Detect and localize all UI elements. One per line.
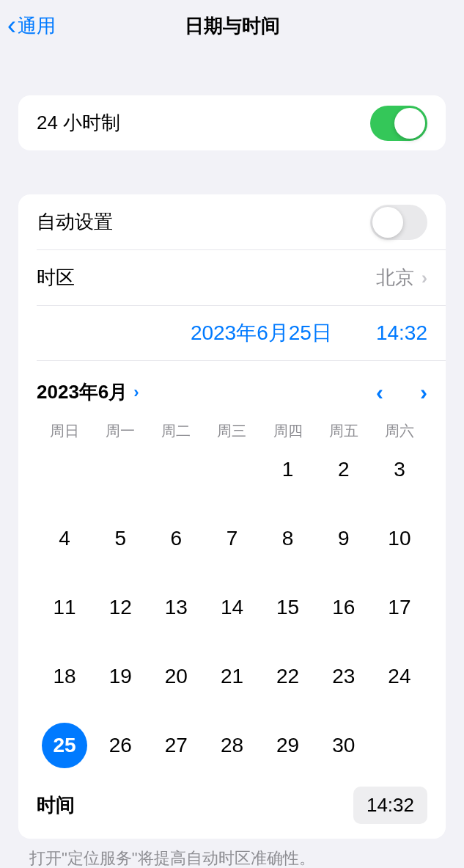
day-cell[interactable]: 29 [260,723,316,768]
empty-cell [148,447,204,492]
day-cell[interactable]: 25 [37,723,92,768]
weekday-label: 周六 [372,421,427,441]
chevron-right-icon: › [133,383,139,402]
day-cell[interactable]: 26 [92,723,148,768]
month-year-label: 2023年6月 [37,379,128,405]
timezone-value: 北京 [376,265,414,291]
weekday-label: 周四 [260,421,316,441]
day-cell[interactable]: 28 [204,723,259,768]
day-cell[interactable]: 2 [316,447,372,492]
date-display[interactable]: 2023年6月25日 [191,319,332,347]
month-nav-arrows: ‹ › [376,380,427,405]
day-cell[interactable]: 1 [260,447,316,492]
empty-cell [204,447,259,492]
day-cell[interactable]: 10 [372,516,427,561]
weekday-label: 周五 [316,421,372,441]
day-cell[interactable]: 9 [316,516,372,561]
time-picker-value[interactable]: 14:32 [353,787,427,824]
day-cell[interactable]: 19 [92,654,148,699]
auto-set-label: 自动设置 [37,209,370,235]
day-cell[interactable]: 12 [92,585,148,630]
empty-cell [37,447,92,492]
day-cell[interactable]: 8 [260,516,316,561]
back-button[interactable]: ‹ 通用 [7,12,56,39]
day-cell[interactable]: 13 [148,585,204,630]
clock-24h-switch[interactable] [370,106,427,141]
next-month-button[interactable]: › [420,380,427,405]
date-time-section: 自动设置 时区 北京 › 2023年6月25日 14:32 2023年6月 › … [18,194,446,839]
empty-cell [92,447,148,492]
day-cell[interactable]: 20 [148,654,204,699]
timezone-row[interactable]: 时区 北京 › [18,250,446,305]
day-cell[interactable]: 4 [37,516,92,561]
chevron-left-icon: ‹ [7,12,16,39]
day-cell[interactable]: 22 [260,654,316,699]
date-time-display-row: 2023年6月25日 14:32 [18,306,446,360]
day-cell[interactable]: 21 [204,654,259,699]
day-cell[interactable]: 18 [37,654,92,699]
calendar-header: 2023年6月 › ‹ › [18,361,446,412]
day-cell[interactable]: 27 [148,723,204,768]
day-cell[interactable]: 11 [37,585,92,630]
weekday-label: 周日 [37,421,92,441]
page-title: 日期与时间 [185,13,280,39]
back-label: 通用 [18,13,56,39]
time-display[interactable]: 14:32 [376,321,427,345]
weekday-label: 周三 [204,421,259,441]
clock-24h-row: 24 小时制 [18,95,446,150]
auto-set-row: 自动设置 [18,194,446,249]
day-cell[interactable]: 23 [316,654,372,699]
day-cell[interactable]: 14 [204,585,259,630]
day-cell[interactable]: 5 [92,516,148,561]
timezone-label: 时区 [37,265,376,291]
clock-format-section: 24 小时制 [18,95,446,150]
day-cell[interactable]: 30 [316,723,372,768]
day-cell[interactable]: 15 [260,585,316,630]
day-cell[interactable]: 24 [372,654,427,699]
clock-24h-label: 24 小时制 [37,110,370,136]
time-picker-row: 时间 14:32 [18,776,446,839]
prev-month-button[interactable]: ‹ [376,380,383,405]
day-cell[interactable]: 3 [372,447,427,492]
auto-set-switch[interactable] [370,205,427,240]
footer-note: 打开"定位服务"将提高自动时区准确性。 [0,839,464,868]
day-cell[interactable]: 16 [316,585,372,630]
weekday-header: 周日周一周二周三周四周五周六 [18,412,446,447]
nav-bar: ‹ 通用 日期与时间 [0,0,464,51]
day-cell[interactable]: 17 [372,585,427,630]
weekday-label: 周二 [148,421,204,441]
chevron-right-icon: › [421,268,427,288]
day-cell[interactable]: 6 [148,516,204,561]
day-cell[interactable]: 7 [204,516,259,561]
month-year-button[interactable]: 2023年6月 › [37,379,139,405]
time-picker-label: 时间 [37,792,353,818]
weekday-label: 周一 [92,421,148,441]
calendar-grid: 1234567891011121314151617181920212223242… [18,447,446,776]
